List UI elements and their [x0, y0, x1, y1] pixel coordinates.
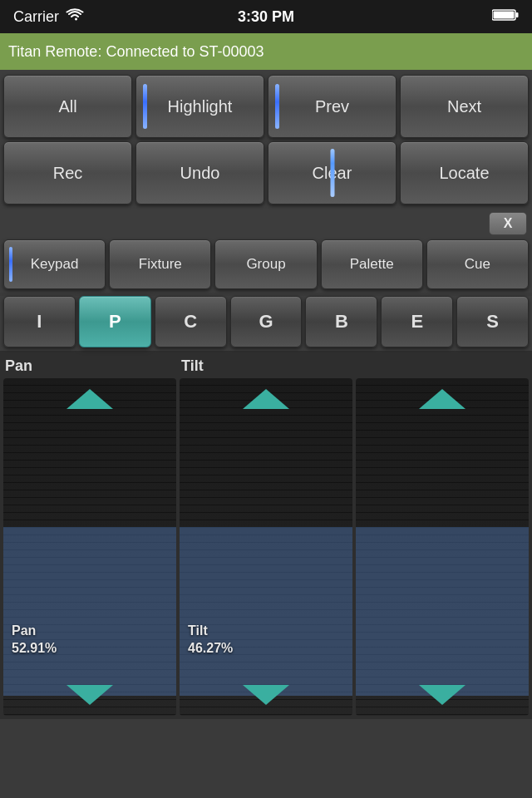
- type-btn-C[interactable]: C: [155, 296, 227, 347]
- pan-value-name: Pan: [12, 623, 57, 640]
- tilt-arrow-down[interactable]: [180, 674, 352, 716]
- tilt-value-percent: 46.27%: [188, 640, 233, 658]
- type-row: I P C G B E S: [0, 296, 532, 351]
- extra-down-triangle: [419, 685, 466, 705]
- extra-label: [356, 354, 529, 378]
- pan-label: Pan: [3, 354, 176, 378]
- pan-arrow-up[interactable]: [3, 378, 176, 420]
- type-btn-P[interactable]: P: [79, 296, 151, 347]
- type-btn-I[interactable]: I: [3, 296, 76, 347]
- tab-keypad[interactable]: Keypad: [3, 239, 106, 289]
- status-right: [492, 8, 519, 26]
- tab-group[interactable]: Group: [214, 239, 317, 289]
- type-btn-B[interactable]: B: [305, 296, 377, 347]
- tab-fixture[interactable]: Fixture: [109, 239, 211, 289]
- spacer-row: X: [0, 211, 532, 236]
- tab-cue[interactable]: Cue: [426, 239, 529, 289]
- sliders-area: Pan 52.91% Tilt 46.27%: [0, 378, 532, 719]
- extra-arrow-up[interactable]: [356, 378, 529, 420]
- pan-down-triangle: [66, 685, 113, 705]
- pan-value: Pan 52.91%: [12, 623, 57, 658]
- status-bar: Carrier 3:30 PM: [0, 0, 532, 33]
- status-time: 3:30 PM: [238, 8, 294, 26]
- btn-rec[interactable]: Rec: [3, 141, 132, 204]
- extra-fill: [356, 527, 529, 696]
- svg-rect-2: [494, 11, 515, 18]
- btn-all[interactable]: All: [3, 75, 132, 138]
- type-btn-S[interactable]: S: [456, 296, 529, 347]
- type-btn-G[interactable]: G: [230, 296, 303, 347]
- extra-arrow-down[interactable]: [356, 674, 529, 716]
- btn-undo[interactable]: Undo: [135, 141, 264, 204]
- tilt-arrow-up[interactable]: [180, 378, 352, 420]
- slider-labels: Pan Tilt: [0, 351, 532, 378]
- tilt-label: Tilt: [180, 354, 352, 378]
- type-btn-E[interactable]: E: [381, 296, 453, 347]
- btn-locate[interactable]: Locate: [400, 141, 529, 204]
- tilt-slider[interactable]: Tilt 46.27%: [180, 378, 352, 716]
- button-grid: All Highlight Prev Next Rec Undo Clear L…: [0, 70, 532, 211]
- svg-rect-1: [516, 12, 519, 17]
- wifi-icon: [66, 8, 84, 26]
- button-row-2: Rec Undo Clear Locate: [3, 141, 529, 204]
- pan-fill: [3, 527, 176, 696]
- extra-slider[interactable]: [356, 378, 529, 716]
- tilt-fill: [180, 527, 352, 696]
- close-button[interactable]: X: [489, 212, 527, 235]
- btn-next[interactable]: Next: [400, 75, 529, 138]
- tilt-down-triangle: [243, 685, 289, 705]
- btn-clear[interactable]: Clear: [268, 141, 397, 204]
- connection-text: Titan Remote: Connected to ST-00003: [8, 43, 264, 61]
- extra-up-triangle: [419, 389, 466, 409]
- connection-banner: Titan Remote: Connected to ST-00003: [0, 33, 532, 70]
- tab-row: Keypad Fixture Group Palette Cue: [0, 236, 532, 293]
- button-row-1: All Highlight Prev Next: [3, 75, 529, 138]
- tab-palette[interactable]: Palette: [321, 239, 423, 289]
- btn-prev[interactable]: Prev: [268, 75, 397, 138]
- battery-icon: [492, 8, 519, 26]
- pan-value-percent: 52.91%: [12, 640, 57, 658]
- pan-up-triangle: [66, 389, 113, 409]
- pan-arrow-down[interactable]: [3, 674, 176, 716]
- tilt-up-triangle: [243, 389, 289, 409]
- pan-slider[interactable]: Pan 52.91%: [3, 378, 176, 716]
- tilt-value: Tilt 46.27%: [188, 623, 233, 658]
- carrier-label: Carrier: [13, 8, 59, 26]
- status-left: Carrier: [13, 8, 84, 26]
- tilt-value-name: Tilt: [188, 623, 233, 640]
- btn-highlight[interactable]: Highlight: [135, 75, 264, 138]
